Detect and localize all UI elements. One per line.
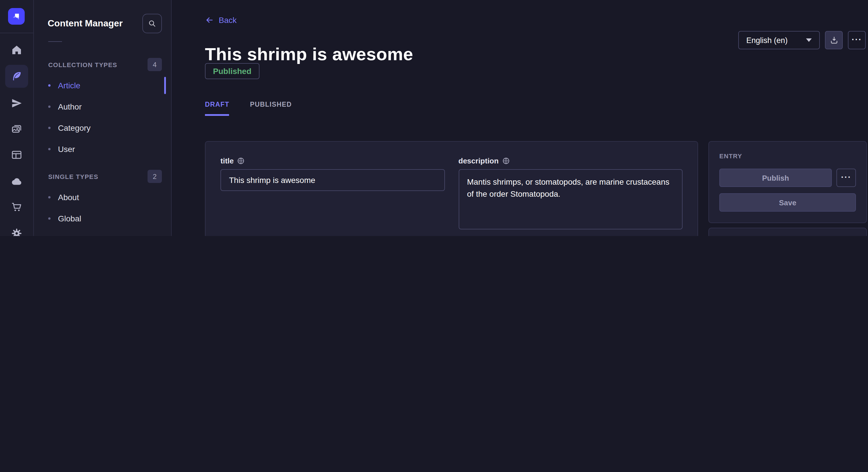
title-label: title xyxy=(220,157,234,165)
sidebar-item-label: Global xyxy=(58,214,81,223)
marketplace-cart-icon[interactable] xyxy=(5,196,28,218)
media-library-icon[interactable] xyxy=(5,117,28,140)
header-more-button[interactable]: ··· xyxy=(848,31,866,49)
rail-divider xyxy=(0,33,33,33)
i18n-globe-icon xyxy=(237,157,245,165)
settings-gear-icon[interactable] xyxy=(5,222,28,236)
bullet-icon xyxy=(48,127,51,129)
search-button[interactable] xyxy=(143,14,162,33)
description-textarea[interactable]: Mantis shrimps, or stomatopods, are mari… xyxy=(458,169,683,229)
sidebar-title: Content Manager xyxy=(48,19,123,29)
bullet-icon xyxy=(48,105,51,108)
ellipsis-icon: ··· xyxy=(841,172,851,181)
collection-types-count: 4 xyxy=(148,58,162,71)
search-icon xyxy=(148,19,157,28)
back-label: Back xyxy=(219,15,237,25)
releases-panel: RELEASES Will be published in Spring Sum… xyxy=(708,228,867,236)
home-icon[interactable] xyxy=(5,38,28,61)
locale-select[interactable]: English (en) xyxy=(738,31,820,49)
draft-published-tabs: DRAFT PUBLISHED xyxy=(205,96,312,116)
download-button[interactable] xyxy=(825,31,843,49)
sidebar-item-user[interactable]: User xyxy=(48,140,166,158)
arrow-left-icon xyxy=(205,15,214,25)
entry-form-panel: title description Mantis shrimps, xyxy=(205,141,698,236)
download-icon xyxy=(829,36,838,45)
strapi-logo[interactable] xyxy=(8,8,25,25)
sidebar-item-article[interactable]: Article xyxy=(48,77,166,94)
tab-draft[interactable]: DRAFT xyxy=(205,96,229,116)
collection-types-label: COLLECTION TYPES xyxy=(48,61,117,68)
strapi-logo-icon xyxy=(11,11,22,22)
content-type-builder-icon[interactable] xyxy=(5,143,28,166)
bullet-icon xyxy=(48,196,51,198)
entry-more-button[interactable]: ··· xyxy=(836,169,856,187)
content-manager-icon[interactable] xyxy=(5,65,28,88)
entry-sidebar: ENTRY Publish ··· Save RELEASES Will be xyxy=(708,141,867,236)
cloud-icon[interactable] xyxy=(5,170,28,193)
sidebar-item-category[interactable]: Category xyxy=(48,119,166,136)
releases-icon[interactable] xyxy=(5,92,28,115)
tab-published[interactable]: PUBLISHED xyxy=(250,96,292,116)
sidebar-item-label: Article xyxy=(58,81,81,90)
main-nav-rail: KD xyxy=(0,0,34,236)
chevron-down-icon xyxy=(806,38,812,42)
back-link[interactable]: Back xyxy=(205,15,237,25)
collection-types-header: COLLECTION TYPES 4 xyxy=(48,58,162,71)
sidebar-item-label: User xyxy=(58,144,75,154)
content-manager-sidebar: Content Manager COLLECTION TYPES 4 Artic… xyxy=(33,0,172,236)
ellipsis-icon: ··· xyxy=(851,35,862,43)
field-description: description Mantis shrimps, or stomatopo… xyxy=(458,157,683,236)
sidebar-divider xyxy=(48,41,62,42)
app-window: KD Content Manager COLLECTION TYPES 4 Ar… xyxy=(0,0,868,236)
active-item-indicator xyxy=(164,77,166,94)
sidebar-item-label: Category xyxy=(58,123,91,133)
publish-button[interactable]: Publish xyxy=(719,169,832,187)
single-types-count: 2 xyxy=(148,170,162,183)
single-types-label: SINGLE TYPES xyxy=(48,173,98,180)
save-button[interactable]: Save xyxy=(719,193,856,212)
page-title: This shrimp is awesome xyxy=(205,44,413,65)
entry-panel: ENTRY Publish ··· Save xyxy=(708,141,867,223)
description-label: description xyxy=(458,157,499,165)
sidebar-item-about[interactable]: About xyxy=(48,189,166,206)
title-input[interactable] xyxy=(220,169,445,191)
edit-view: Back This shrimp is awesome Published En… xyxy=(171,0,868,236)
sidebar-item-label: Author xyxy=(58,102,82,111)
sidebar-item-global[interactable]: Global xyxy=(48,210,166,227)
i18n-globe-icon xyxy=(502,157,509,165)
sidebar-item-label: About xyxy=(58,193,79,202)
sidebar-item-author[interactable]: Author xyxy=(48,98,166,115)
field-title: title xyxy=(220,157,445,236)
status-badge: Published xyxy=(205,63,259,79)
entry-heading: ENTRY xyxy=(719,153,856,160)
bullet-icon xyxy=(48,217,51,220)
bullet-icon xyxy=(48,148,51,150)
bullet-icon xyxy=(48,84,51,87)
locale-value: English (en) xyxy=(746,36,787,44)
single-types-header: SINGLE TYPES 2 xyxy=(48,170,162,183)
